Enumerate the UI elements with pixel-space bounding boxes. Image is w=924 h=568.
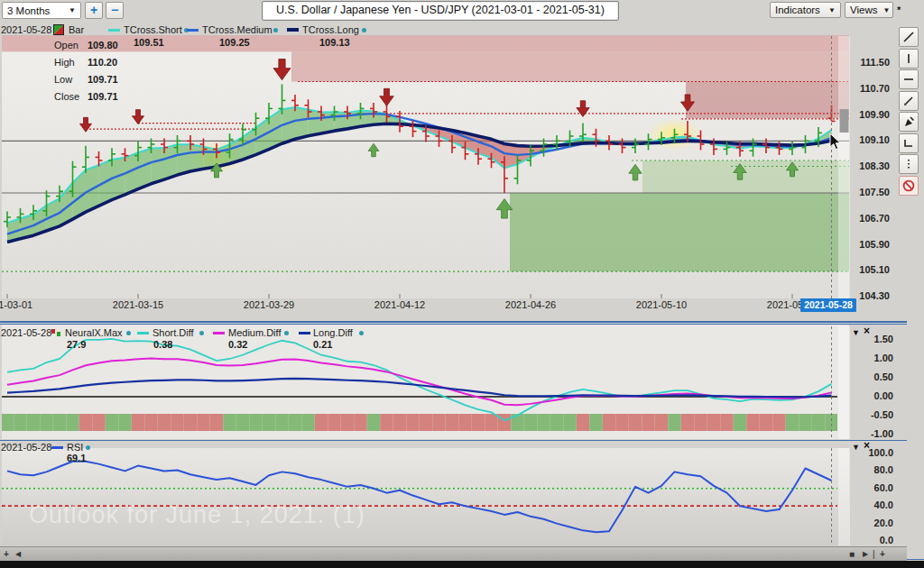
tcross-short-value: 109.51	[134, 37, 164, 49]
price-tick-label: 110.70	[852, 83, 890, 94]
angle-tool-icon	[901, 136, 916, 151]
price-tick-label: 105.10	[852, 264, 890, 275]
scroll-add-button[interactable]: +	[4, 547, 9, 561]
short-diff-value: 0.38	[153, 339, 172, 351]
tcross-short-label[interactable]: TCross.Short	[124, 24, 182, 36]
vertical-scroll-thumb[interactable]	[840, 109, 849, 133]
rsi-plot-bg	[2, 448, 849, 545]
rsi-swatch	[51, 446, 63, 449]
osc-tick-label: -1.00	[855, 428, 893, 439]
ohlc-open-label: Open	[54, 40, 79, 51]
main-legend-date: 2021-05-28	[1, 24, 51, 36]
trendline-tool-icon	[901, 30, 916, 44]
dotted-line-tool-icon	[901, 157, 916, 171]
horizontal-scrollbar[interactable]: + ◀ ■ ▶ | +	[0, 546, 907, 561]
indicator-dot-icon[interactable]	[362, 28, 366, 32]
dotted-line-tool[interactable]	[899, 154, 919, 174]
rsi-tick-label: 20.0	[855, 518, 893, 528]
ohlc-low-value: 109.71	[88, 74, 118, 86]
price-tick-label: 109.90	[852, 109, 890, 120]
horizontal-line-tool[interactable]	[899, 69, 919, 89]
price-tick-label: 107.50	[852, 187, 890, 197]
ohlc-open-value: 109.80	[88, 40, 118, 51]
vertical-line-tool[interactable]	[899, 49, 919, 69]
long-diff-label[interactable]: Long.Diff	[313, 327, 353, 339]
rsi-tick-label: 60.0	[855, 482, 893, 493]
scroll-add-button[interactable]: +	[880, 547, 885, 561]
bar-series-label[interactable]: Bar	[69, 24, 84, 36]
selected-date-badge: 2021-05-28	[800, 298, 856, 312]
tcross-long-swatch	[287, 28, 299, 32]
ohlc-low-label: Low	[54, 74, 72, 86]
video-watermark: Outlook for June 1, 2021. (1)	[29, 501, 365, 529]
rsi-value: 69.1	[67, 453, 86, 464]
date-tick-label: 2021-03-15	[106, 299, 170, 310]
tcross-long-value: 109.13	[319, 37, 350, 49]
indicator-dot-icon[interactable]	[273, 28, 278, 32]
price-tick-label: 105.90	[852, 239, 890, 250]
marker-tool-icon	[901, 115, 916, 129]
scroll-left-icon[interactable]: ◀	[15, 547, 21, 561]
indicator-dot-icon[interactable]	[86, 445, 90, 450]
trendline-tool[interactable]	[899, 27, 919, 47]
charting-app: 3 Months ▼ + − U.S. Dollar / Japanese Ye…	[0, 0, 924, 561]
ohlc-close-label: Close	[54, 91, 79, 103]
short-diff-label[interactable]: Short.Diff	[152, 327, 194, 339]
neuralx-label[interactable]: NeuralX.Max	[65, 327, 123, 339]
tcross-long-label[interactable]: TCross.Long	[302, 24, 359, 36]
vertical-scroll-track	[838, 36, 850, 298]
mouse-cursor	[828, 133, 845, 151]
neuralx-value: 27.9	[67, 339, 86, 351]
vertical-scroll-track	[838, 448, 850, 545]
horizontal-line-tool-icon	[901, 72, 916, 87]
indicator-dot-icon[interactable]	[126, 331, 131, 335]
panel-separator[interactable]	[0, 321, 907, 323]
pencil-tool[interactable]	[899, 91, 919, 111]
pencil-tool-icon	[901, 94, 916, 108]
tcross-medium-value: 109.25	[219, 37, 250, 49]
panel-separator[interactable]	[0, 324, 907, 325]
ohlc-close-value: 109.71	[88, 91, 118, 103]
neuralx-series-icon	[51, 328, 61, 337]
tcross-medium-label[interactable]: TCross.Medium	[202, 24, 273, 36]
long-diff-value: 0.21	[313, 339, 332, 351]
ohlc-high-value: 110.20	[88, 57, 117, 69]
indicator-dot-icon[interactable]	[284, 331, 289, 335]
vertical-line-tool-icon	[901, 51, 916, 66]
ohlc-high-label: High	[54, 57, 75, 69]
erase-restrict-tool-icon	[901, 179, 916, 193]
tcross-short-swatch	[108, 29, 120, 32]
rsi-tick-label: 0.0	[855, 535, 893, 545]
date-tick-label: 2021-04-26	[499, 299, 562, 310]
indicator-dot-icon[interactable]	[359, 331, 364, 335]
indicator-dot-icon[interactable]	[199, 331, 204, 335]
date-tick-label: 2021-03-29	[237, 299, 300, 310]
rsi-tick-label: 100.0	[855, 447, 893, 458]
price-tick-label: 106.70	[852, 213, 890, 224]
tcross-medium-swatch	[187, 29, 199, 32]
osc-tick-label: 0.00	[855, 390, 893, 401]
date-tick-label: 2021-03-01	[0, 299, 39, 310]
panel-separator[interactable]	[0, 440, 907, 441]
osc-tick-label: -0.50	[855, 409, 893, 420]
long-diff-swatch	[299, 332, 310, 334]
neuralx-strip	[2, 414, 837, 431]
osc-tick-label: 0.50	[855, 371, 893, 382]
price-tick-label: 111.50	[852, 57, 890, 68]
bar-series-icon	[53, 24, 64, 35]
scroll-separator: |	[873, 547, 875, 561]
erase-restrict-tool[interactable]	[899, 176, 919, 196]
vertical-scroll-track	[838, 326, 850, 439]
medium-diff-swatch	[213, 332, 225, 334]
rsi-legend-date: 2021-05-28	[1, 442, 51, 453]
scroll-right-icon[interactable]: ▶	[863, 547, 868, 561]
osc-tick-label: 1.50	[855, 334, 893, 344]
medium-diff-value: 0.32	[228, 339, 247, 351]
marker-tool[interactable]	[899, 112, 919, 132]
angle-tool[interactable]	[899, 133, 919, 153]
price-tick-label: 109.10	[852, 134, 890, 145]
scroll-thumb-icon[interactable]: ■	[849, 547, 855, 561]
rsi-tick-label: 40.0	[855, 499, 893, 510]
short-diff-swatch	[137, 332, 149, 334]
medium-diff-label[interactable]: Medium.Diff	[228, 327, 281, 339]
